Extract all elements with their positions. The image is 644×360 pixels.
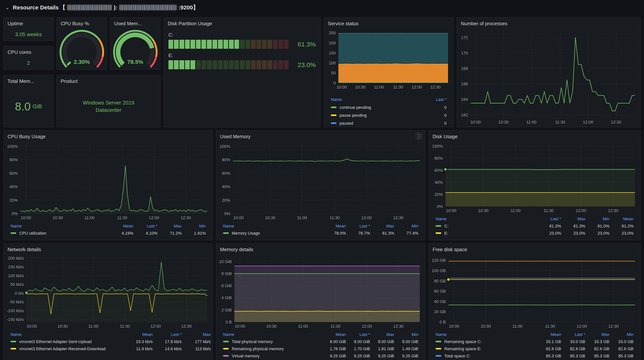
legend-header[interactable]: Min [612,331,636,338]
legend-value: 33.0 GB [563,338,588,345]
legend-value: 23.0% [539,230,563,237]
panel-title[interactable]: Free disk space [429,244,640,254]
series-label[interactable]: continue pending [340,105,371,110]
legend-header[interactable]: Name [328,96,425,104]
svg-text:0%: 0% [224,211,230,216]
legend-header[interactable]: Min [396,331,420,338]
legend-header[interactable]: Last * [539,215,563,223]
series-label[interactable]: Memory Usage [232,231,260,236]
legend-value: 85.3 GB [612,353,636,360]
panel-title[interactable]: Network details [4,244,212,254]
series-label[interactable]: paused [340,121,353,126]
legend-header[interactable]: Mean [126,331,155,338]
panel-title[interactable]: Total Mem... [4,75,53,86]
panel-title[interactable]: CPU Busy % [57,18,107,28]
bargauge-cell [229,40,234,49]
panel-title[interactable]: Disk Usage [429,131,640,141]
panel-title[interactable]: Number of processes [457,18,640,28]
used-memory-legend: NameMeanLast *MaxMinMemory Usage78.0%78.… [221,223,420,237]
legend-header[interactable]: Max [184,331,213,338]
legend-header[interactable]: Last * [348,223,372,230]
panel-title[interactable]: Uptime [4,18,53,28]
svg-text:12:00: 12:00 [362,324,372,329]
legend-header[interactable]: Last * [348,331,372,338]
series-label[interactable]: Remaining physical memory [232,347,284,351]
legend-header[interactable]: Name [433,331,539,338]
series-label[interactable]: CPU utilization [19,231,46,236]
legend-header[interactable]: Last * [425,96,449,104]
series-swatch [223,232,229,234]
legend-header[interactable]: Min [184,223,208,230]
series-label[interactable]: vmxnet3 Ethernet Adapter-Received-Downlo… [19,347,106,351]
legend-header[interactable]: Max [563,215,588,223]
series-label[interactable]: Total physical memory [232,339,273,344]
legend-value: 14.6 kb/s [155,345,184,353]
svg-text:0 b/s: 0 b/s [15,291,24,296]
panel-title[interactable]: Used Memory [216,131,425,141]
legend-header[interactable]: Name [221,223,324,230]
legend-row: Remaining physical memory1.76 GiB1.70 Gi… [221,345,420,353]
svg-text:170: 170 [461,51,468,55]
legend-header[interactable]: Mean [612,215,636,223]
svg-text:11:00: 11:00 [297,215,307,220]
legend-header[interactable]: Max [588,331,612,338]
legend-header[interactable]: Max [372,331,396,338]
legend-header[interactable]: Last * [155,331,184,338]
legend-header[interactable]: Max [160,223,184,230]
dashboard-row-header[interactable]: ⌄ Resource Details 【 ): :9200】 [0,0,644,15]
legend-value: 9.25 GiB [372,353,396,360]
series-label[interactable]: C: [444,224,448,228]
legend-header[interactable]: Min [396,223,420,230]
panel-title[interactable]: Product [57,75,160,86]
legend-header[interactable]: Name [8,223,112,230]
panel-title[interactable]: Memory details [216,244,425,254]
free-disk-chart[interactable]: 10:0010:3011:0011:3012:0012:30120 GB100 … [430,254,639,330]
bargauge-cell [251,60,256,69]
series-label[interactable]: vmxnet3 Ethernet Adapter-Sent-Upload [19,339,92,344]
series-label[interactable]: pause pending [340,113,367,118]
series-label[interactable]: Virtual memory [232,354,260,358]
legend-header[interactable]: Mean [539,331,563,338]
panel-disk-usage: Disk Usage 10:0010:3011:0011:3012:0012:3… [428,130,640,240]
panel-menu-icon[interactable]: ⋮ [415,132,423,140]
service-status-chart[interactable]: 10:0010:3011:0011:3012:0012:302502001501… [326,28,452,90]
series-label[interactable]: Remaining space C: [444,339,482,344]
panel-title[interactable]: CPU Busy Usage [4,131,212,141]
chevron-down-icon[interactable]: ⌄ [5,5,10,10]
legend-value: 33.1 GB [539,338,563,345]
legend-header[interactable]: Min [588,215,612,223]
legend-header[interactable]: Name [8,331,126,338]
memory-details-chart[interactable]: 10:0010:3011:0011:3012:0012:3010 GiB8 Gi… [218,254,424,330]
legend-header[interactable]: Last * [563,331,588,338]
used-memory-chart[interactable]: 10:0010:3011:0011:3012:0012:30100%80%60%… [218,141,424,221]
legend-header[interactable]: Mean [324,223,348,230]
network-chart[interactable]: 10:0010:3011:0011:3012:0012:30200 kb/s15… [5,254,211,330]
legend-header[interactable]: Mean [112,223,136,230]
processes-chart[interactable]: 10:0010:3011:0011:3012:0012:301721701681… [458,28,639,125]
disk-usage-chart[interactable]: 10:0010:3011:0011:3012:0012:30100%80%60%… [430,141,639,214]
cpu-busy-usage-chart[interactable]: 10:0010:3011:0011:3012:0012:30100%80%60%… [5,141,211,221]
panel-processes: Number of processes 10:0010:3011:0011:30… [457,17,640,127]
service-status-legend: NameLast *continue pending0pause pending… [328,96,449,127]
svg-text:100 kb/s: 100 kb/s [8,273,24,278]
bargauge-row: 23.0% [168,60,316,69]
panel-title[interactable]: Disk Partition Usage [164,18,320,28]
bracket-open: 【 [60,4,66,11]
legend-header[interactable]: Last * [136,223,160,230]
series-label[interactable]: Remaining space E: [444,347,482,351]
panel-title[interactable]: Service status [324,18,453,28]
panel-title[interactable]: CPU cores [4,46,53,57]
svg-text:100%: 100% [220,144,230,149]
svg-text:150 kb/s: 150 kb/s [8,265,24,269]
svg-text:12:00: 12:00 [583,120,593,124]
legend-header[interactable]: Mean [324,331,348,338]
series-label[interactable]: Total space C: [444,354,470,358]
legend-header[interactable]: Name [221,331,324,338]
svg-text:11:30: 11:30 [555,120,565,124]
legend-header[interactable]: Name [433,215,539,223]
legend-header[interactable]: Max [372,223,396,230]
legend-value: 61.2% [612,223,636,230]
series-label[interactable]: E: [444,231,448,236]
panel-title[interactable]: Used Mem... [110,18,160,28]
bargauge-cell [190,40,195,49]
